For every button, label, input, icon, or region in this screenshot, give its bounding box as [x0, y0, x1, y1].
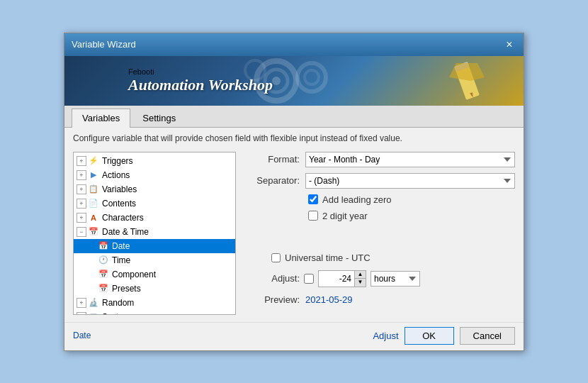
random-icon: 🔬: [88, 297, 99, 309]
adjust-link[interactable]: Adjust: [373, 331, 398, 341]
tab-variables[interactable]: Variables: [72, 109, 130, 128]
separator-select[interactable]: - (Dash) / (Slash) . (Dot): [305, 173, 515, 189]
content-area: + ⚡ Triggers + ▶ Actions + 📋 Variables +…: [64, 148, 524, 319]
settings-panel: Format: Year - Month - Day Day - Month -…: [243, 152, 515, 315]
tree-label-characters: Characters: [102, 213, 144, 223]
adjust-value-input[interactable]: [319, 271, 354, 287]
separator-label: Separator:: [243, 175, 300, 186]
tree-scroll[interactable]: + ⚡ Triggers + ▶ Actions + 📋 Variables +…: [74, 152, 235, 314]
expand-system[interactable]: +: [77, 312, 86, 314]
tree-item-actions[interactable]: + ▶ Actions: [74, 168, 235, 182]
date-icon: 📅: [98, 240, 109, 252]
preview-value: 2021-05-29: [305, 294, 353, 305]
system-icon: 💻: [88, 311, 99, 314]
tree-item-system[interactable]: + 💻 System: [74, 310, 235, 314]
add-leading-zero-checkbox[interactable]: [308, 194, 318, 204]
actions-icon: ▶: [88, 170, 99, 181]
expand-contents[interactable]: +: [77, 199, 86, 209]
adjust-enable-checkbox[interactable]: [304, 274, 314, 284]
universal-time-label[interactable]: Universal time - UTC: [285, 252, 371, 263]
spinner-buttons: ▲ ▼: [354, 271, 366, 287]
bottom-bar: Date Adjust OK Cancel: [64, 322, 524, 350]
variable-wizard-dialog: Variable Wizard × Febooti Automation Wor…: [64, 33, 524, 351]
tree-item-date[interactable]: 📅 Date: [74, 239, 235, 253]
universal-time-checkbox[interactable]: [271, 253, 281, 262]
tree-label-actions: Actions: [102, 170, 130, 180]
two-digit-year-checkbox[interactable]: [308, 211, 318, 221]
add-leading-zero-label[interactable]: Add leading zero: [322, 194, 392, 205]
tree-label-system: System: [102, 312, 130, 314]
banner-pencil-graphic: [439, 60, 495, 102]
contents-icon: 📄: [88, 198, 99, 209]
expand-characters[interactable]: +: [77, 213, 86, 223]
component-icon: 📅: [98, 269, 109, 280]
tree-item-contents[interactable]: + 📄 Contents: [74, 196, 235, 211]
tabs-bar: Variables Settings: [64, 106, 524, 128]
expand-triggers[interactable]: +: [77, 156, 86, 166]
expand-time: [86, 255, 96, 265]
tree-item-triggers[interactable]: + ⚡ Triggers: [74, 154, 235, 168]
spinner-up-button[interactable]: ▲: [354, 271, 366, 279]
preview-row: Preview: 2021-05-29: [243, 294, 515, 305]
dialog-title: Variable Wizard: [72, 39, 136, 50]
bottom-left-label: Date: [73, 331, 91, 340]
format-row: Format: Year - Month - Day Day - Month -…: [243, 152, 515, 167]
tree-label-triggers: Triggers: [102, 156, 133, 166]
tree-label-component: Component: [112, 270, 156, 279]
spacer: [243, 227, 515, 248]
tree-panel[interactable]: + ⚡ Triggers + ▶ Actions + 📋 Variables +…: [73, 152, 236, 315]
tree-item-variables[interactable]: + 📋 Variables: [74, 182, 235, 196]
bottom-right-actions: Adjust OK Cancel: [373, 327, 515, 345]
tree-label-contents: Contents: [102, 199, 136, 209]
title-bar: Variable Wizard ×: [64, 33, 524, 56]
expand-datetime[interactable]: −: [77, 227, 86, 237]
banner: Febooti Automation Workshop: [64, 56, 524, 106]
preview-label: Preview:: [243, 294, 300, 305]
tree-label-date: Date: [112, 241, 130, 251]
adjust-label: Adjust:: [243, 273, 300, 284]
cancel-button[interactable]: Cancel: [460, 327, 515, 345]
tab-settings[interactable]: Settings: [132, 109, 186, 127]
svg-point-4: [305, 70, 319, 84]
tree-label-presets: Presets: [112, 284, 141, 294]
ok-button[interactable]: OK: [405, 327, 454, 345]
svg-point-2: [272, 77, 281, 85]
two-digit-year-label[interactable]: 2 digit year: [322, 211, 368, 221]
tree-item-component[interactable]: 📅 Component: [74, 267, 235, 282]
expand-variables[interactable]: +: [77, 184, 86, 194]
expand-component: [86, 270, 96, 279]
tree-label-random: Random: [102, 298, 134, 308]
format-select[interactable]: Year - Month - Day Day - Month - Year Mo…: [305, 152, 515, 167]
format-label: Format:: [243, 154, 300, 165]
tree-label-time: Time: [112, 255, 130, 265]
tree-item-characters[interactable]: + A Characters: [74, 211, 235, 225]
characters-icon: A: [88, 212, 99, 223]
variables-icon: 📋: [88, 184, 99, 195]
svg-point-3: [298, 63, 326, 91]
time-icon: 🕐: [98, 255, 109, 266]
two-digit-year-row: 2 digit year: [243, 211, 515, 221]
expand-presets: [86, 284, 96, 294]
description-text: Configure variable that will provide cho…: [64, 128, 524, 148]
tree-label-variables: Variables: [102, 184, 137, 194]
spinner-down-button[interactable]: ▼: [354, 279, 366, 287]
universal-time-row: Universal time - UTC: [243, 252, 515, 263]
datetime-icon: 📅: [88, 226, 99, 238]
tree-label-datetime: Date & Time: [102, 227, 149, 237]
expand-date: [86, 241, 96, 251]
tree-item-datetime[interactable]: − 📅 Date & Time: [74, 225, 235, 239]
tree-item-time[interactable]: 🕐 Time: [74, 253, 235, 267]
svg-marker-9: [449, 63, 485, 81]
adjust-row: Adjust: ▲ ▼ hours minutes seconds: [243, 270, 515, 287]
expand-random[interactable]: +: [77, 298, 86, 308]
tree-item-presets[interactable]: 📅 Presets: [74, 282, 235, 296]
adjust-spinner: ▲ ▼: [318, 270, 366, 287]
triggers-icon: ⚡: [88, 155, 99, 167]
expand-actions[interactable]: +: [77, 170, 86, 180]
hours-select[interactable]: hours minutes seconds: [371, 271, 420, 287]
brand-name: Febooti: [128, 67, 273, 76]
close-button[interactable]: ×: [502, 38, 516, 52]
add-leading-zero-row: Add leading zero: [243, 194, 515, 205]
presets-icon: 📅: [98, 283, 109, 294]
tree-item-random[interactable]: + 🔬 Random: [74, 296, 235, 310]
